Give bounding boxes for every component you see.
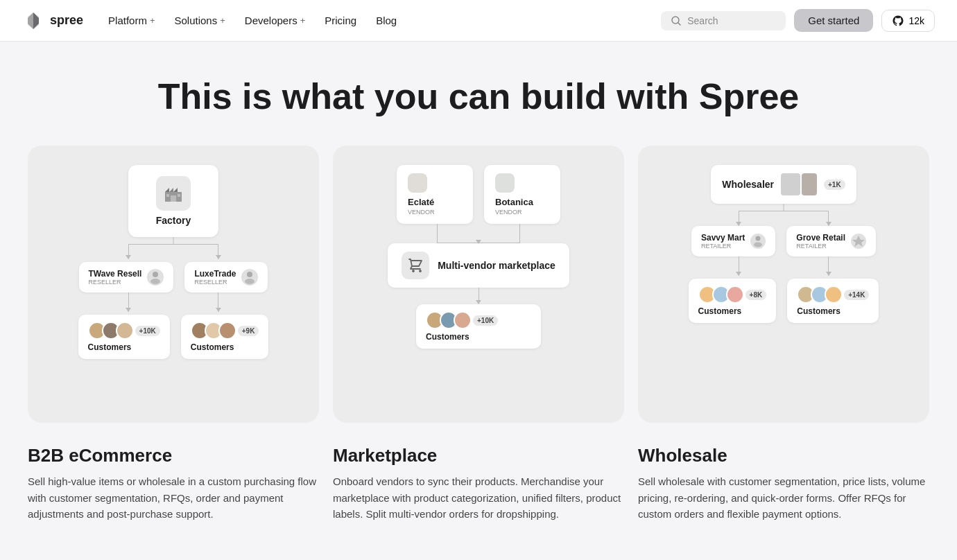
retailer-grove: Grove Retail RETAILER [786,226,876,256]
marketplace-card: Eclaté VENDOR Botanica VENDOR [333,146,624,423]
marketplace-desc: Marketplace Onboard vendors to sync thei… [333,445,624,522]
vendor-eclate-name: Eclaté [408,197,434,207]
wholesale-diagram: Wholesaler +1K [655,165,913,323]
factory-icon [156,176,191,211]
retailer-grove-icon [851,234,866,249]
wholesale-customers-row: +8K Customers +14K C [689,279,879,323]
solutions-plus-icon: + [220,15,225,26]
logo-text: spree [50,13,83,28]
factory-box: Factory [128,165,218,237]
marketplace-box: Multi-vendor marketplace [388,243,569,288]
svg-point-10 [247,272,252,277]
svg-point-8 [153,272,158,277]
github-icon [892,15,904,27]
arrow-segment [476,288,481,304]
resellers-row: TWave Resell RESELLER LuxeTrade [79,262,268,292]
retailer-row: Savvy Mart RETAILER Grove Retail [691,226,876,256]
reseller-twave: TWave Resell RESELLER [79,262,174,292]
nav-blog[interactable]: Blog [368,10,405,30]
avatar [726,286,744,304]
spree-logo-icon [22,10,44,32]
vendor-eclate-icon [408,173,427,193]
nav-platform[interactable]: Platform + [100,10,163,30]
logo[interactable]: spree [22,10,83,32]
product-image-1 [781,173,800,195]
marketplace-title: Marketplace [333,445,624,466]
vendor-botanica-sub: VENDOR [495,209,522,216]
wholesale-customers-label-2: Customers [797,306,869,316]
github-button[interactable]: 12k [881,10,935,32]
wholesale-customers-label-1: Customers [698,306,767,316]
reseller-luxetrade: LuxeTrade RESELLER [184,262,268,292]
retailer-savvy-sub: RETAILER [701,243,745,250]
page-title: This is what you can build with Spree [28,75,929,118]
customers-label-2: Customers [191,342,259,352]
svg-marker-4 [173,188,178,192]
svg-point-12 [756,236,761,241]
wholesaler-label: Wholesaler [722,179,774,190]
b2b-title: B2B eCommerce [28,445,319,466]
svg-marker-3 [169,188,173,192]
wholesale-card: Wholesaler +1K [638,146,929,423]
wholesale-cust-count-1: +8K [745,290,767,300]
factory-label: Factory [156,215,191,226]
reseller-twave-name: TWave Resell [89,269,142,279]
vendor-eclate: Eclaté VENDOR [397,165,473,224]
svg-point-11 [245,279,255,284]
nav-pricing[interactable]: Pricing [316,10,365,30]
navigation: spree Platform + Solutions + Developers … [0,0,957,42]
retailer-grove-name: Grove Retail [796,233,845,243]
retailer-grove-sub: RETAILER [796,243,845,250]
avatar [218,322,236,340]
avatar [116,322,134,340]
developers-plus-icon: + [300,15,306,26]
wholesale-desc: Wholesale Sell wholesale with customer s… [638,445,929,522]
retailer-savvy: Savvy Mart RETAILER [691,226,775,256]
descriptions-row: B2B eCommerce Sell high-value items or w… [28,445,929,522]
get-started-button[interactable]: Get started [794,9,873,32]
b2b-description: Sell high-value items or wholesale in a … [28,473,319,522]
vendor-botanica-icon [495,173,515,193]
marketplace-diagram: Eclaté VENDOR Botanica VENDOR [350,165,607,349]
svg-point-13 [754,243,762,247]
b2b-diagram: Factory TWave Resell [44,165,302,359]
b2b-customers-row: +10K Customers +9K C [78,315,269,359]
marketplace-customers-box: +10K Customers [416,304,541,349]
marketplace-customers-label: Customers [426,332,469,342]
wholesaler-images: +1K [781,173,845,195]
svg-rect-5 [171,195,176,202]
vendor-botanica-name: Botanica [495,197,533,207]
reseller-luxetrade-name: LuxeTrade [194,269,236,279]
svg-marker-14 [852,236,865,247]
reseller-luxetrade-icon [241,269,258,286]
wholesale-cust-count-2: +14K [844,290,869,300]
customers-label-1: Customers [88,342,160,352]
svg-rect-7 [178,194,180,197]
svg-rect-6 [166,194,169,197]
vendor-eclate-sub: VENDOR [408,209,435,216]
b2b-desc: B2B eCommerce Sell high-value items or w… [28,445,319,522]
nav-solutions[interactable]: Solutions + [166,10,234,30]
nav-developers[interactable]: Developers + [236,10,313,30]
svg-marker-2 [165,188,169,192]
avatar [825,286,843,304]
customers-count-1: +10K [135,326,160,336]
avatar [454,311,472,329]
reseller-twave-sub: RESELLER [89,279,142,286]
retailer-savvy-name: Savvy Mart [701,233,745,243]
vendor-row: Eclaté VENDOR Botanica VENDOR [397,165,560,224]
search-bar[interactable]: Search [661,11,786,30]
b2b-card: Factory TWave Resell [28,146,319,423]
product-image-2 [802,173,817,195]
retailer-savvy-icon [750,234,766,249]
wholesale-description: Sell wholesale with customer segmentatio… [638,473,929,522]
vendor-botanica: Botanica VENDOR [484,165,560,224]
customers-count-2: +9K [238,326,259,336]
svg-point-9 [150,279,160,284]
platform-plus-icon: + [150,15,155,26]
nav-right: Search Get started 12k [661,9,935,32]
nav-links: Platform + Solutions + Developers + Pric… [100,10,661,30]
customers-box-1: +10K Customers [78,315,170,359]
marketplace-label: Multi-vendor marketplace [438,260,555,271]
wholesaler-box: Wholesaler +1K [711,165,856,204]
